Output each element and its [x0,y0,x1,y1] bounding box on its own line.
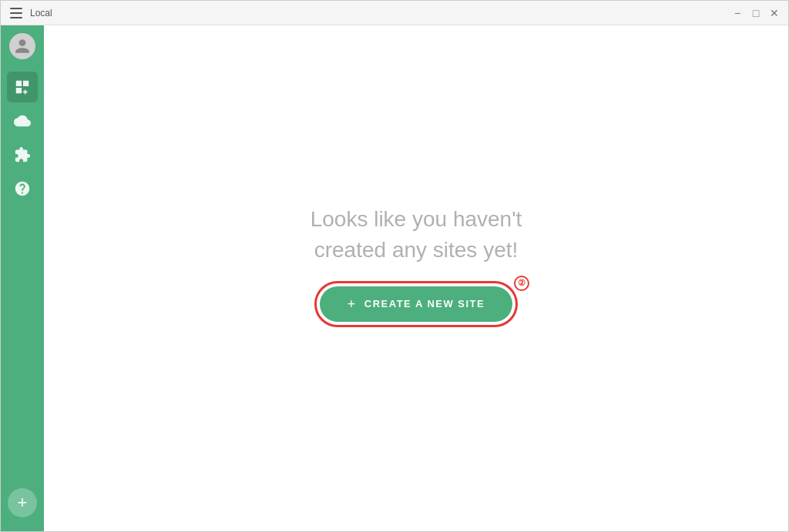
plus-icon: + [347,297,357,311]
app-window: Local − □ ✕ [0,0,789,532]
empty-state: Looks like you haven'tcreated any sites … [311,204,522,321]
add-site-button[interactable]: + [8,488,37,517]
sidebar: + [1,25,44,531]
create-new-site-button[interactable]: + CREATE A NEW SITE [320,286,512,322]
avatar-icon [14,38,31,55]
annotation-badge: ② [514,276,529,291]
menu-icon[interactable] [10,8,22,18]
titlebar: Local − □ ✕ [1,1,788,25]
minimize-button[interactable]: − [733,8,742,18]
sidebar-item-cloud[interactable] [7,105,38,136]
sidebar-item-sites[interactable] [7,72,38,102]
window-title: Local [30,8,733,18]
create-button-wrapper: + CREATE A NEW SITE ② [320,286,512,322]
sidebar-item-help[interactable] [7,173,38,204]
empty-state-message: Looks like you haven'tcreated any sites … [311,204,522,264]
main-layout: + Looks like you haven'tcreated any site… [1,25,788,531]
maximize-button[interactable]: □ [751,8,760,18]
create-button-label: CREATE A NEW SITE [364,298,485,309]
close-button[interactable]: ✕ [770,8,779,18]
sidebar-item-extensions[interactable] [7,139,38,170]
sidebar-bottom: + [8,488,37,524]
avatar[interactable] [9,33,35,59]
extensions-icon [14,146,31,163]
window-controls: − □ ✕ [733,8,779,18]
cloud-icon [14,112,31,129]
sidebar-nav [7,72,38,488]
help-icon [14,180,31,197]
content-area: Looks like you haven'tcreated any sites … [44,25,788,531]
sites-icon [14,79,31,95]
